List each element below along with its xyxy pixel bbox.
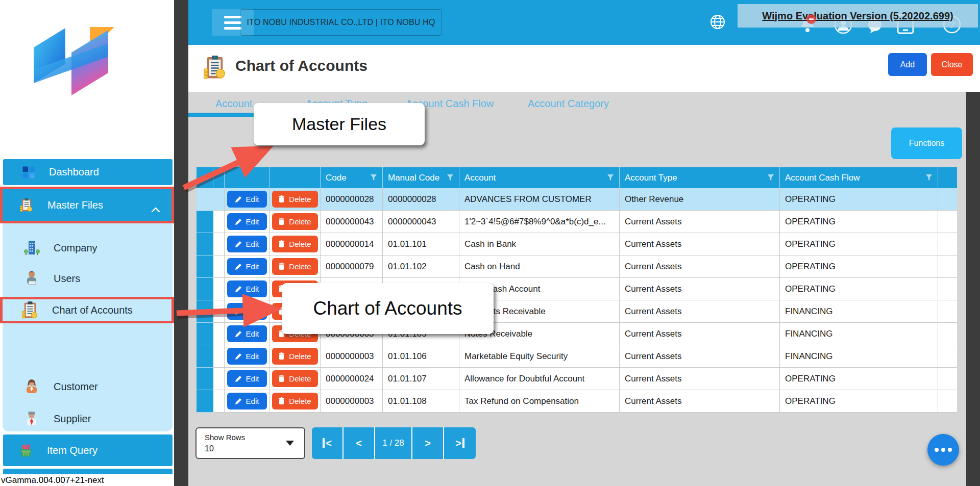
manual-code-cell: 01.01.107 (383, 368, 459, 390)
edit-button[interactable]: Edit (227, 393, 267, 410)
spacer-cell (213, 300, 225, 323)
manual-code-cell: 01.01.102 (383, 255, 459, 278)
row-header-cell[interactable] (197, 323, 213, 345)
account-cash-flow-cell: OPERATING (780, 233, 938, 255)
table-row[interactable]: Edit Delete 0000000043 0000000043 1'2~3`… (197, 211, 957, 233)
pencil-icon (235, 353, 242, 360)
column-header-account[interactable]: Account (459, 167, 620, 188)
table-row[interactable]: Edit Delete 0000000028 0000000028 ADVANC… (197, 188, 957, 211)
sidebar-item-dashboard[interactable]: Dashboard (3, 159, 173, 185)
row-header-cell[interactable] (197, 188, 213, 211)
column-header-code[interactable]: Code (321, 167, 383, 188)
table-row[interactable]: Edit Delete 0000000003 01.01.108 Tax Ref… (197, 390, 957, 413)
sidebar-item-customer[interactable]: Customer (3, 372, 173, 401)
delete-button[interactable]: Delete (272, 236, 318, 252)
tab-account-category[interactable]: Account Category (528, 98, 609, 110)
edit-cell: Edit (225, 233, 270, 255)
spacer-column (213, 167, 225, 188)
table-row[interactable]: Edit Delete 0000000014 01.01.101 Cash in… (197, 233, 957, 255)
edit-cell: Edit (225, 390, 270, 413)
sidebar-item-chart-of-accounts[interactable]: Chart of Accounts (0, 297, 174, 323)
sidebar-item-label: Item Query (47, 445, 97, 456)
sidebar-item-company[interactable]: Company (3, 234, 173, 262)
next-page-button[interactable]: > (412, 427, 444, 459)
row-header-cell[interactable] (197, 368, 213, 390)
delete-button[interactable]: Delete (272, 213, 318, 230)
spacer-cell (213, 211, 225, 233)
table-row[interactable]: Edit Delete 0000000003 01.01.106 Marketa… (197, 345, 957, 368)
account-cell: Cash in Bank (459, 233, 620, 255)
delete-button[interactable]: Delete (272, 348, 318, 365)
edit-button[interactable]: Edit (227, 191, 267, 208)
trailing-cell (938, 300, 957, 323)
filter-icon[interactable] (607, 174, 614, 184)
delete-cell: Delete (270, 390, 321, 413)
row-header-cell[interactable] (197, 255, 213, 278)
pencil-icon (235, 218, 242, 225)
column-header-account-cash-flow[interactable]: Account Cash Flow (780, 167, 938, 188)
spacer-cell (213, 390, 225, 413)
edit-button[interactable]: Edit (227, 236, 267, 252)
sidebar-submenu: Company Users Customer Supplier (3, 223, 173, 431)
edit-button[interactable]: Edit (227, 303, 267, 320)
sidebar-item-item-query[interactable]: Item Query (3, 434, 173, 466)
customer-icon (23, 378, 40, 395)
show-rows-select[interactable]: Show Rows 10 (195, 427, 305, 459)
row-header-cell[interactable] (197, 345, 213, 368)
sidebar-item-supplier[interactable]: Supplier (3, 404, 173, 433)
delete-button[interactable]: Delete (272, 191, 318, 208)
tab-account[interactable]: Account (215, 98, 252, 110)
close-button[interactable]: Close (931, 53, 973, 76)
column-header-manual-code[interactable]: Manual Code (383, 167, 459, 188)
table-row[interactable]: Edit Delete 0000000079 01.01.102 Cash on… (197, 255, 957, 278)
code-cell: 0000000028 (321, 188, 383, 211)
account-cell: Tax Refund on Compensation (459, 390, 620, 413)
add-button[interactable]: Add (888, 53, 927, 76)
functions-button[interactable]: Functions (891, 127, 962, 159)
edit-cell: Edit (225, 188, 270, 211)
table-row[interactable]: Edit Delete 0000000024 01.01.107 Allowan… (197, 368, 957, 390)
app-root: Dashboard Master Files Company (0, 0, 980, 486)
edit-button[interactable]: Edit (227, 325, 267, 342)
row-header-cell[interactable] (197, 211, 213, 233)
version-label: vGamma.004.007+21-next (1, 474, 174, 486)
filter-icon[interactable] (925, 174, 933, 184)
last-page-button[interactable]: > (444, 427, 476, 459)
row-header-cell[interactable] (197, 233, 213, 255)
filter-icon[interactable] (767, 174, 774, 184)
account-type-cell: Current Assets (620, 390, 780, 413)
row-header-cell[interactable] (197, 390, 213, 413)
delete-button[interactable]: Delete (272, 393, 318, 410)
filter-icon[interactable] (370, 174, 377, 184)
edit-button[interactable]: Edit (227, 348, 267, 365)
right-scrollbar[interactable] (966, 92, 980, 486)
column-header-account-type[interactable]: Account Type (620, 167, 780, 188)
sidebar-item-label: Supplier (54, 413, 91, 425)
first-page-button[interactable]: < (312, 427, 344, 459)
row-header-cell[interactable] (197, 300, 213, 323)
master-files-callout: Master Files (254, 103, 425, 145)
filter-icon[interactable] (447, 174, 454, 184)
basket-icon (18, 443, 34, 458)
wijmo-evaluation-banner[interactable]: Wijmo Evaluation Version (5.20202.699) (738, 4, 978, 28)
pencil-icon (235, 398, 242, 405)
company-selector[interactable]: ITO NOBU INDUSTRIAL CO.,LTD | ITO NOBU H… (240, 9, 442, 36)
account-cash-flow-cell: FINANCING (780, 345, 938, 368)
sidebar-item-label: Users (54, 273, 80, 285)
edit-button[interactable]: Edit (227, 370, 267, 387)
more-actions-fab[interactable] (927, 434, 959, 466)
code-cell: 0000000003 (321, 345, 383, 368)
sidebar-item-users[interactable]: Users (3, 264, 173, 293)
sidebar-item-master-files[interactable]: Master Files (0, 187, 174, 223)
edit-cell: Edit (225, 368, 270, 390)
company-name: ITO NOBU INDUSTRIAL CO.,LTD | ITO NOBU H… (247, 18, 435, 27)
delete-button[interactable]: Delete (272, 258, 318, 275)
edit-button[interactable]: Edit (227, 280, 267, 297)
row-header-cell[interactable] (197, 278, 213, 300)
delete-button[interactable]: Delete (272, 370, 318, 387)
trailing-cell (938, 211, 957, 233)
previous-page-button[interactable]: < (344, 427, 375, 459)
edit-button[interactable]: Edit (227, 258, 267, 275)
edit-button[interactable]: Edit (227, 213, 267, 230)
globe-icon[interactable] (709, 13, 726, 33)
